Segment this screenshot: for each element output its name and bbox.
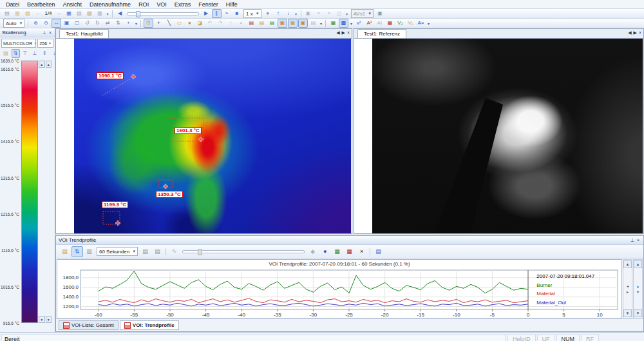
- tab-next-icon[interactable]: ▶: [634, 30, 637, 35]
- scroll-up-icon[interactable]: ▲: [623, 260, 632, 268]
- palette-combo[interactable]: MULTICOLOR▼: [1, 39, 36, 48]
- reference-image[interactable]: [372, 39, 643, 233]
- profile-line-icon[interactable]: ⊡: [144, 19, 153, 28]
- roi-lock-icon[interactable]: ▣: [278, 19, 287, 28]
- voi-delete-icon[interactable]: A×: [416, 19, 426, 28]
- tab-prev-icon[interactable]: ◀: [628, 30, 631, 35]
- slider-track[interactable]: [127, 12, 199, 15]
- trend-visibility-icon[interactable]: ●: [319, 246, 331, 257]
- speed-combo[interactable]: 1 x▼: [243, 9, 261, 18]
- scroll-down-icon[interactable]: ▼: [623, 309, 632, 317]
- full-image-icon[interactable]: ▢: [72, 19, 82, 28]
- stop-icon[interactable]: ■: [232, 9, 242, 18]
- rotate-left-icon[interactable]: ↺: [82, 19, 92, 28]
- menu-item-extras[interactable]: Extras: [171, 1, 195, 8]
- record-icon[interactable]: ●: [263, 9, 272, 18]
- overflow-chevron-icon[interactable]: ▾: [105, 12, 110, 16]
- play-icon[interactable]: ▶: [202, 9, 211, 18]
- print-icon[interactable]: ▥: [95, 9, 105, 18]
- new-document-icon[interactable]: ▤: [3, 9, 12, 18]
- trend-scale-icon[interactable]: ▥: [84, 246, 95, 257]
- menu-item-hilfe[interactable]: Hilfe: [222, 1, 242, 8]
- menu-item-ansicht[interactable]: Ansicht: [59, 1, 86, 8]
- spin-down-icon[interactable]: ▼: [46, 316, 52, 323]
- fit-window-icon[interactable]: ↔: [52, 19, 61, 28]
- pin-icon[interactable]: ⊥: [629, 238, 636, 243]
- temperature-annotation[interactable]: 1090.1 °C: [97, 72, 124, 79]
- trend-table-icon[interactable]: ▦: [344, 246, 355, 257]
- voi-area-icon[interactable]: A²: [365, 19, 374, 28]
- overflow-chevron-icon[interactable]: ▾: [133, 21, 138, 26]
- menu-item-bearbeiten[interactable]: Bearbeiten: [23, 1, 59, 8]
- scale-expand-icon[interactable]: ⇕: [41, 49, 49, 58]
- add-roi-icon[interactable]: +: [154, 19, 164, 28]
- close-icon[interactable]: ×: [48, 30, 53, 35]
- rotate-right-icon[interactable]: ↻: [93, 19, 102, 28]
- temperature-colorbar[interactable]: [21, 61, 38, 323]
- overflow-chevron-icon[interactable]: ▾: [294, 12, 299, 16]
- folder-open-icon[interactable]: ▨: [23, 9, 33, 18]
- roi-import-icon[interactable]: ▤: [267, 19, 277, 28]
- scale-max-spin[interactable]: ▲ ▲: [39, 61, 52, 68]
- scale-min-icon[interactable]: ⊥: [31, 49, 39, 58]
- spin-up-icon[interactable]: ▲: [46, 61, 52, 68]
- pause-icon[interactable]: ∥: [212, 9, 222, 18]
- scale-auto-icon[interactable]: ⇅: [12, 49, 20, 58]
- line-roi-icon[interactable]: ╲: [164, 19, 174, 28]
- auto-combo[interactable]: Auto▼: [3, 19, 24, 28]
- trend-scrollbar-2[interactable]: ▲ ▴▾ ▼: [633, 259, 643, 318]
- scale-max-icon[interactable]: ⊤: [21, 49, 30, 58]
- scroll-up-icon[interactable]: ▲: [634, 260, 642, 268]
- avi-combo[interactable]: AVs1▼: [351, 9, 374, 18]
- trend-refresh-icon[interactable]: ▤: [59, 246, 71, 257]
- close-icon[interactable]: ×: [636, 238, 641, 242]
- voi-export2-icon[interactable]: V₁: [406, 19, 415, 28]
- voi-value-icon[interactable]: v²: [354, 19, 364, 28]
- trend-autoscale-icon[interactable]: ⇅: [71, 246, 83, 257]
- tab-close-icon[interactable]: ×: [639, 30, 641, 35]
- page-up-icon[interactable]: ↑: [273, 9, 283, 18]
- ellipse-roi-icon[interactable]: ●: [185, 19, 194, 28]
- interval-combo[interactable]: 60 Sekunden▼: [97, 247, 138, 256]
- temperature-annotation[interactable]: 1601.3 °C: [175, 127, 202, 134]
- spin-down-icon[interactable]: ▼: [39, 316, 45, 323]
- tab-voi-liste-gesamt[interactable]: VOI-Liste: Gesamt: [59, 320, 118, 330]
- temperature-annotation[interactable]: 1350.3 °C: [156, 191, 183, 198]
- roi-link-icon[interactable]: ▣: [288, 19, 298, 28]
- trend-window-icon[interactable]: ▩: [339, 19, 348, 28]
- roi-paste-icon[interactable]: ▤: [257, 19, 267, 28]
- save-icon[interactable]: ▦: [64, 9, 74, 18]
- speaker-icon[interactable]: ◀: [115, 9, 125, 18]
- frame-forward-icon[interactable]: →: [54, 9, 64, 18]
- levels-combo[interactable]: 256▼: [37, 39, 53, 48]
- tab-close-icon[interactable]: ×: [347, 30, 350, 35]
- trend-chart-plot[interactable]: -60-55-50-45-40-35-30-25-20-15-10-505101…: [57, 269, 621, 318]
- pan-icon[interactable]: +: [124, 19, 133, 28]
- tab-next-icon[interactable]: ▶: [342, 30, 345, 35]
- voi-export1-icon[interactable]: V₂: [395, 19, 405, 28]
- menu-item-roi[interactable]: ROI: [135, 1, 153, 8]
- actual-size-icon[interactable]: ▣: [62, 19, 71, 28]
- overflow-chevron-icon[interactable]: ▾: [345, 12, 350, 16]
- open-report-icon[interactable]: ▥: [13, 9, 23, 18]
- trend-scrollbar-1[interactable]: ▲ ◂▸ ▼: [623, 259, 632, 318]
- trend-delete-icon[interactable]: ×: [356, 246, 368, 257]
- menu-item-datei[interactable]: Datei: [2, 1, 23, 8]
- trend-print-icon[interactable]: ▤: [373, 246, 384, 257]
- trend-time-slider[interactable]: [182, 249, 305, 255]
- slider-thumb[interactable]: [198, 249, 202, 255]
- thermal-image[interactable]: 1090.1 °C1601.3 °C1350.3 °C1199.3 °C: [74, 39, 351, 233]
- frame-back-icon[interactable]: ←: [33, 9, 43, 18]
- fast-forward-icon[interactable]: »: [222, 9, 232, 18]
- zoom-out-icon[interactable]: ⊖: [41, 19, 51, 28]
- copy-image-icon[interactable]: ▧: [75, 9, 84, 18]
- spin-up-icon[interactable]: ▲: [39, 61, 45, 68]
- slider-thumb[interactable]: [136, 11, 140, 17]
- tab-voi-trendprofile[interactable]: VOI: Trendprofile: [120, 320, 179, 330]
- menu-item-fenster[interactable]: Fenster: [194, 1, 222, 8]
- scale-min-spin[interactable]: ▼ ▼: [39, 316, 52, 323]
- flip-vertical-icon[interactable]: ⇅: [113, 19, 123, 28]
- flip-horizontal-icon[interactable]: ⇄: [103, 19, 113, 28]
- position-slider[interactable]: [127, 11, 199, 17]
- temperature-annotation[interactable]: 1199.3 °C: [102, 201, 128, 208]
